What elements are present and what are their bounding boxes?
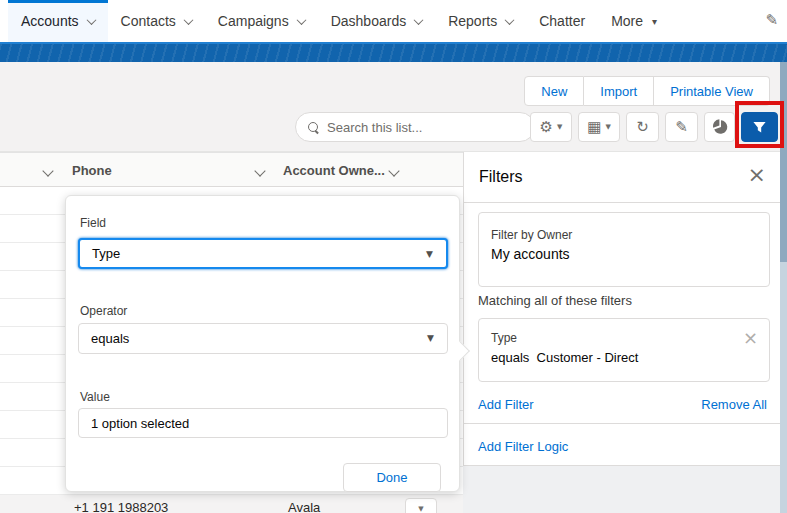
filters-button[interactable] xyxy=(741,112,778,142)
tab-reports[interactable]: Reports xyxy=(435,0,526,42)
page-header-band xyxy=(0,42,787,62)
column-menu-chevron-icon[interactable] xyxy=(42,165,53,176)
list-view-controls: ⚙ ▼ ▦ ▼ ↻ ✎ xyxy=(530,112,778,142)
panel-background-area xyxy=(463,466,780,513)
edit-nav-pencil-icon[interactable]: ✎ xyxy=(765,11,778,29)
chevron-down-icon[interactable] xyxy=(414,15,424,25)
pie-chart-icon xyxy=(712,119,728,135)
field-select[interactable]: Type ▼ xyxy=(78,238,448,269)
printable-view-button[interactable]: Printable View xyxy=(654,76,770,106)
accounts-list-page: Accounts Contacts Campaigns Dashboards R… xyxy=(0,0,787,513)
refresh-button[interactable]: ↻ xyxy=(626,112,659,142)
select-arrow-icon: ▼ xyxy=(426,249,433,259)
filter-funnel-icon xyxy=(752,120,767,135)
filter-item-type[interactable]: Type equals Customer - Direct × xyxy=(478,318,770,382)
matching-filters-label: Matching all of these filters xyxy=(478,293,632,308)
tab-reports-label: Reports xyxy=(448,13,497,29)
tab-more-label: More xyxy=(611,13,643,29)
charts-button[interactable] xyxy=(704,112,735,142)
field-label: Field xyxy=(80,216,106,230)
chevron-down-icon[interactable] xyxy=(296,15,306,25)
tab-more[interactable]: More ▾ xyxy=(598,0,670,42)
app-nav-bar: Accounts Contacts Campaigns Dashboards R… xyxy=(0,0,787,42)
field-select-value: Type xyxy=(92,246,120,261)
table-header-row: Phone Account Owne... xyxy=(0,152,463,187)
value-input-text: 1 option selected xyxy=(91,416,189,431)
gear-icon: ⚙ xyxy=(540,120,553,135)
chevron-down-icon[interactable] xyxy=(183,15,193,25)
search-input[interactable] xyxy=(327,120,522,135)
cell-phone: +1 191 1988203 xyxy=(74,500,168,513)
operator-select-value: equals xyxy=(91,331,129,346)
close-icon[interactable]: × xyxy=(748,162,766,187)
filters-panel-header: Filters × xyxy=(464,152,780,203)
filter-by-owner-value: My accounts xyxy=(491,246,570,262)
tab-dashboards[interactable]: Dashboards xyxy=(318,0,436,42)
column-menu-chevron-icon[interactable] xyxy=(388,165,399,176)
tab-chatter[interactable]: Chatter xyxy=(526,0,598,42)
filter-by-owner-label: Filter by Owner xyxy=(491,228,572,242)
tab-contacts[interactable]: Contacts xyxy=(108,0,205,42)
filter-item-condition: equals Customer - Direct xyxy=(491,350,638,365)
remove-filter-x-icon[interactable]: × xyxy=(743,327,758,348)
inline-edit-button[interactable]: ✎ xyxy=(665,112,698,142)
scrollbar-thumb[interactable] xyxy=(780,62,787,262)
display-as-button[interactable]: ▦ ▼ xyxy=(578,112,620,142)
chevron-down-icon[interactable] xyxy=(505,15,515,25)
value-input[interactable]: 1 option selected xyxy=(78,408,448,438)
table-grid-icon: ▦ xyxy=(587,120,601,135)
filter-by-owner-card[interactable]: Filter by Owner My accounts xyxy=(478,212,770,287)
tab-chatter-label: Chatter xyxy=(539,13,585,29)
filters-panel: Filters × Filter by Owner My accounts Ma… xyxy=(463,152,780,466)
add-filter-logic-link[interactable]: Add Filter Logic xyxy=(478,439,568,454)
tab-campaigns[interactable]: Campaigns xyxy=(205,0,318,42)
operator-label: Operator xyxy=(80,304,127,318)
row-actions-button[interactable]: ▼ xyxy=(405,498,437,513)
operator-select[interactable]: equals ▼ xyxy=(78,323,448,354)
list-settings-button[interactable]: ⚙ ▼ xyxy=(530,112,572,142)
chevron-down-icon[interactable] xyxy=(86,15,96,25)
cell-account-owner: Avala xyxy=(288,500,320,513)
filter-item-field: Type xyxy=(491,331,517,345)
column-menu-chevron-icon[interactable] xyxy=(254,165,265,176)
table-row[interactable]: +1 191 1988203 Avala ▼ xyxy=(0,495,463,513)
panel-divider xyxy=(464,423,780,424)
tab-accounts[interactable]: Accounts xyxy=(8,0,108,42)
tab-contacts-label: Contacts xyxy=(121,13,176,29)
tab-accounts-label: Accounts xyxy=(21,13,79,29)
list-action-buttons: New Import Printable View xyxy=(524,76,770,106)
remove-all-link[interactable]: Remove All xyxy=(701,397,767,412)
new-button[interactable]: New xyxy=(524,76,584,106)
tab-dashboards-label: Dashboards xyxy=(331,13,407,29)
pencil-icon: ✎ xyxy=(675,120,688,135)
column-header-phone[interactable]: Phone xyxy=(72,163,112,178)
triangle-down-icon: ▾ xyxy=(652,16,657,27)
triangle-down-icon: ▼ xyxy=(605,123,610,131)
edit-filter-popup: Field Type ▼ Operator equals ▼ Value 1 o… xyxy=(65,195,460,492)
done-button[interactable]: Done xyxy=(343,463,441,492)
triangle-down-icon: ▼ xyxy=(557,123,562,131)
add-filter-link[interactable]: Add Filter xyxy=(478,397,534,412)
vertical-scrollbar[interactable] xyxy=(780,62,787,513)
list-search-box[interactable] xyxy=(295,112,535,142)
search-icon xyxy=(308,122,319,133)
filters-panel-title: Filters xyxy=(479,168,523,186)
select-arrow-icon: ▼ xyxy=(427,333,434,343)
value-label: Value xyxy=(80,390,110,404)
import-button[interactable]: Import xyxy=(584,76,654,106)
refresh-icon: ↻ xyxy=(636,120,649,135)
tab-campaigns-label: Campaigns xyxy=(218,13,289,29)
column-header-account-owner[interactable]: Account Owne... xyxy=(283,163,385,178)
